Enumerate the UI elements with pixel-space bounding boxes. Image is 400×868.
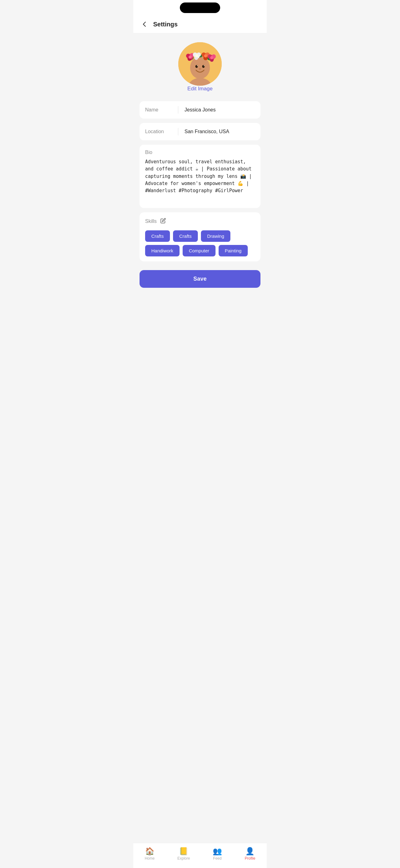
edit-icon <box>160 218 166 223</box>
skills-tags-container: Crafts Crafts Drawing Handiwork Computer… <box>145 230 255 256</box>
skills-card: Skills Crafts Crafts Drawing Handiwork C… <box>139 212 261 261</box>
nav-feed[interactable]: 👥 Feed <box>208 846 227 862</box>
main-content: Edit Image Name Location Bio Adventurous… <box>133 33 267 325</box>
nav-profile[interactable]: 👤 Profile <box>240 846 260 862</box>
location-label: Location <box>145 129 173 134</box>
name-label: Name <box>145 107 173 113</box>
bio-card: Bio Adventurous soul, travel enthusiast,… <box>139 145 261 208</box>
profile-icon: 👤 <box>245 847 255 855</box>
header: Settings <box>133 16 267 33</box>
skills-edit-button[interactable] <box>160 217 167 225</box>
save-button[interactable]: Save <box>139 270 261 288</box>
settings-title: Settings <box>153 21 178 28</box>
back-icon <box>141 21 148 28</box>
skills-label: Skills <box>145 219 157 224</box>
name-field-card: Name <box>139 101 261 119</box>
svg-point-15 <box>189 56 192 59</box>
nav-profile-label: Profile <box>245 856 255 861</box>
nav-explore-label: Explore <box>177 856 190 861</box>
skills-header: Skills <box>145 217 255 225</box>
svg-point-5 <box>202 65 205 68</box>
skill-tag-crafts-1[interactable]: Crafts <box>145 230 170 242</box>
skill-tag-computer[interactable]: Computer <box>182 245 215 256</box>
svg-point-4 <box>195 65 198 68</box>
avatar-section: Edit Image <box>139 39 261 92</box>
bottom-navigation: 🏠 Home 📒 Explore 👥 Feed 👤 Profile <box>133 843 267 868</box>
svg-point-30 <box>210 56 213 59</box>
home-icon: 🏠 <box>145 847 155 855</box>
skill-tag-handiwork[interactable]: Handiwork <box>145 245 179 256</box>
location-field-card: Location <box>139 123 261 140</box>
skill-tag-painting[interactable]: Painting <box>219 245 248 256</box>
nav-explore[interactable]: 📒 Explore <box>172 846 195 862</box>
svg-point-25 <box>204 54 207 57</box>
svg-point-7 <box>204 65 204 66</box>
svg-point-3 <box>190 57 210 79</box>
nav-home[interactable]: 🏠 Home <box>140 846 160 862</box>
svg-point-6 <box>197 65 198 66</box>
svg-point-20 <box>195 54 198 57</box>
nav-feed-label: Feed <box>213 856 222 861</box>
skill-tag-crafts-2[interactable]: Crafts <box>173 230 198 242</box>
bio-label: Bio <box>145 150 255 155</box>
location-input[interactable] <box>185 129 255 134</box>
status-bar-pill <box>180 2 220 13</box>
explore-icon: 📒 <box>179 847 188 855</box>
field-divider <box>178 106 178 114</box>
name-input[interactable] <box>185 107 255 113</box>
field-divider-2 <box>178 128 178 135</box>
skill-tag-drawing[interactable]: Drawing <box>201 230 230 242</box>
avatar-image <box>178 42 222 86</box>
nav-home-label: Home <box>145 856 155 861</box>
edit-image-button[interactable]: Edit Image <box>187 86 212 92</box>
status-bar <box>133 0 267 16</box>
location-field: Location <box>139 123 261 140</box>
name-field: Name <box>139 101 261 119</box>
svg-point-31 <box>199 68 201 70</box>
feed-icon: 👥 <box>213 847 222 855</box>
back-button[interactable] <box>139 19 149 29</box>
bio-textarea[interactable]: Adventurous soul, travel enthusiast, and… <box>145 158 255 202</box>
